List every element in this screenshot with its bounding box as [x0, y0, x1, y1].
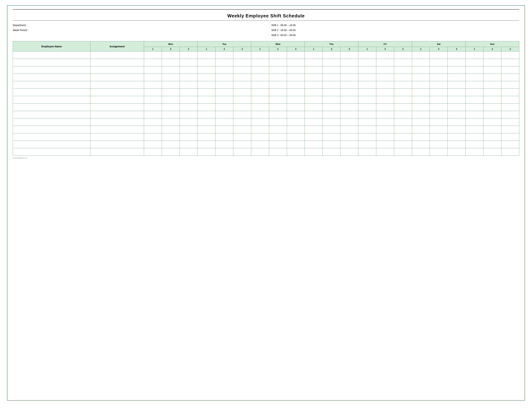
shift-cell — [233, 81, 251, 89]
shift-cell — [394, 96, 412, 104]
shift-cell — [162, 74, 180, 81]
shift-cell — [198, 89, 215, 96]
shift-cell — [448, 96, 466, 104]
shift-cell — [233, 119, 251, 126]
shift-cell — [430, 104, 448, 111]
shift-cell — [162, 104, 180, 111]
shift-cell — [198, 148, 215, 156]
shift-cell — [448, 133, 466, 141]
shift-cell — [323, 74, 341, 81]
shift-cell — [162, 148, 180, 156]
shift-cell — [412, 126, 430, 133]
shift-cell — [287, 133, 305, 141]
shift-cell — [305, 81, 323, 89]
mon-header: Mon — [144, 41, 198, 47]
table-row — [13, 66, 519, 74]
shift-cell — [305, 133, 323, 141]
shift-cell — [412, 89, 430, 96]
shift-cell — [162, 81, 180, 89]
shift-cell — [323, 89, 341, 96]
shift-cell — [233, 148, 251, 156]
shift-cell — [233, 96, 251, 104]
shift-cell — [269, 126, 287, 133]
shift-cell — [233, 66, 251, 74]
shift-cell — [198, 126, 215, 133]
shift-cell — [501, 51, 519, 59]
shift-cell — [484, 119, 501, 126]
shift-cell — [341, 119, 358, 126]
thu-shift-1: 1 — [305, 47, 323, 51]
shift-cell — [358, 59, 376, 66]
shift-cell — [269, 59, 287, 66]
shift-cell — [430, 59, 448, 66]
shift-cell — [305, 66, 323, 74]
table-row — [13, 96, 519, 104]
shift-cell — [323, 148, 341, 156]
shift-cell — [466, 104, 484, 111]
shift-cell — [323, 81, 341, 89]
shift-cell — [215, 51, 233, 59]
table-row — [13, 104, 519, 111]
shift-cell — [376, 96, 394, 104]
shift-cell — [180, 89, 198, 96]
shift-cell — [251, 59, 269, 66]
shift-cell — [394, 133, 412, 141]
shift-cell — [180, 111, 198, 119]
shift-cell — [358, 119, 376, 126]
shift-cell — [323, 141, 341, 148]
shift-cell — [466, 148, 484, 156]
shift-cell — [358, 111, 376, 119]
shift-cell — [215, 66, 233, 74]
shift-cell — [215, 104, 233, 111]
shift-cell — [323, 119, 341, 126]
footer-note: laurencopeland.com — [13, 157, 519, 159]
shift-cell — [287, 66, 305, 74]
shift-cell — [484, 111, 501, 119]
employee-name-cell — [13, 51, 90, 59]
shift-cell — [394, 59, 412, 66]
shift-cell — [144, 74, 162, 81]
shift-cell — [394, 104, 412, 111]
shift-cell — [269, 81, 287, 89]
shift-cell — [484, 141, 501, 148]
top-divider — [13, 9, 519, 10]
shift-cell — [287, 148, 305, 156]
shift-cell — [215, 126, 233, 133]
shift-cell — [162, 126, 180, 133]
shift-cell — [430, 119, 448, 126]
shift-cell — [215, 133, 233, 141]
fri-header: Fri — [358, 41, 412, 47]
shift-cell — [412, 81, 430, 89]
shift-cell — [484, 104, 501, 111]
shift-cell — [144, 126, 162, 133]
shift-cell — [484, 66, 501, 74]
fri-shift-1: 1 — [358, 47, 376, 51]
shift-cell — [341, 141, 358, 148]
shift-cell — [394, 148, 412, 156]
page-title: Weekly Employee Shift Schedule — [227, 13, 305, 19]
shift-cell — [144, 104, 162, 111]
assignment-cell — [90, 74, 144, 81]
shift-cell — [394, 74, 412, 81]
shift-cell — [394, 51, 412, 59]
shift-cell — [162, 89, 180, 96]
shift-cell — [448, 141, 466, 148]
shift-cell — [430, 51, 448, 59]
shift-cell — [198, 111, 215, 119]
shift-cell — [287, 96, 305, 104]
shift-cell — [376, 133, 394, 141]
schedule-table: Employee Name Assignment Mon Tue Wed Thu… — [13, 41, 519, 156]
employee-name-cell — [13, 148, 90, 156]
employee-name-cell — [13, 74, 90, 81]
employee-name-cell — [13, 66, 90, 74]
shift-cell — [376, 148, 394, 156]
shift-cell — [198, 104, 215, 111]
table-row — [13, 126, 519, 133]
shift-cell — [323, 59, 341, 66]
shift-cell — [233, 104, 251, 111]
shift-cell — [341, 66, 358, 74]
shift-cell — [180, 126, 198, 133]
table-row — [13, 133, 519, 141]
table-row — [13, 59, 519, 66]
shift-cell — [198, 59, 215, 66]
